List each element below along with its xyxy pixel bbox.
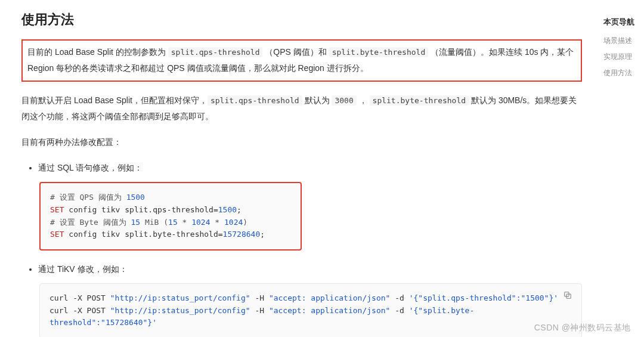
toc-title: 本页导航 — [603, 17, 644, 27]
method-list: 通过 SQL 语句修改，例如： — [21, 160, 582, 176]
list-item: 通过 SQL 语句修改，例如： — [38, 160, 582, 176]
toc-item[interactable]: 实现原理 — [603, 52, 644, 62]
page-title: 使用方法 — [21, 11, 582, 29]
code-block-curl: curl -X POST "http://ip:status_port/conf… — [39, 283, 582, 337]
inline-code: split.byte-threshold — [370, 95, 469, 106]
method-list: 通过 TiKV 修改，例如： — [21, 261, 582, 277]
intro-paragraph-1: 目前的 Load Base Split 的控制参数为 split.qps-thr… — [27, 44, 576, 77]
list-item: 通过 TiKV 修改，例如： — [38, 261, 582, 277]
inline-code: split.qps-threshold — [168, 47, 263, 57]
main-content: 使用方法 目前的 Load Base Split 的控制参数为 split.qp… — [0, 0, 603, 337]
copy-button[interactable] — [560, 289, 575, 304]
inline-code: split.qps-threshold — [208, 95, 302, 106]
code-block-sql: # 设置 QPS 阈值为 1500 SET config tikv split.… — [39, 182, 302, 251]
toc-item[interactable]: 使用方法 — [603, 68, 644, 78]
highlighted-paragraph: 目前的 Load Base Split 的控制参数为 split.qps-thr… — [21, 39, 582, 82]
intro-paragraph-2: 目前默认开启 Load Base Split，但配置相对保守，split.qps… — [21, 92, 582, 125]
inline-code: 3000 — [332, 95, 356, 106]
inline-code: split.byte-threshold — [329, 47, 429, 57]
copy-icon — [563, 290, 572, 302]
toc-item[interactable]: 场景描述 — [603, 36, 644, 46]
intro-paragraph-3: 目前有两种办法修改配置： — [21, 134, 582, 150]
page-toc: 本页导航 场景描述 实现原理 使用方法 — [603, 0, 644, 337]
